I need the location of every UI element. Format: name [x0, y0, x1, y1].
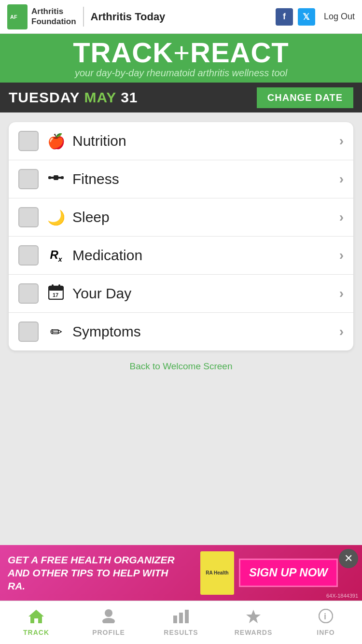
- nav-item-rewards[interactable]: REWARDS: [217, 601, 290, 644]
- profile-nav-label: PROFILE: [92, 629, 125, 636]
- tracker-item-sleep[interactable]: 🌙 Sleep ›: [9, 198, 353, 237]
- nav-item-profile[interactable]: PROFILE: [72, 601, 145, 644]
- arthritis-foundation-logo-icon: AF: [7, 4, 28, 29]
- ad-signup-button[interactable]: SIGN UP NOW: [239, 559, 338, 587]
- main-content: 🍎 Nutrition › Fitness › 🌙 Sleep ›: [0, 112, 362, 386]
- results-icon: [173, 609, 189, 627]
- nutrition-label: Nutrition: [72, 133, 339, 149]
- banner-subtitle: your day-by-day rheumatoid arthritis wel…: [0, 68, 362, 79]
- facebook-icon[interactable]: f: [276, 8, 293, 26]
- sleep-checkbox[interactable]: [18, 207, 39, 227]
- symptoms-icon: ✏: [47, 323, 65, 340]
- header-icons: f 𝕏 Log Out: [276, 8, 355, 26]
- nutrition-icon: 🍎: [47, 133, 65, 150]
- ad-book-image: RA Health: [200, 551, 234, 595]
- rewards-icon: [246, 609, 261, 627]
- date-bar: TUESDAY MAY 31 CHANGE DATE: [0, 83, 362, 112]
- tracker-item-fitness[interactable]: Fitness ›: [9, 160, 353, 198]
- sleep-label: Sleep: [72, 209, 339, 225]
- sleep-icon: 🌙: [47, 209, 65, 226]
- track-react-banner: TRACK+REACT your day-by-day rheumatoid a…: [0, 34, 362, 83]
- banner-title-track: TRACK+: [73, 37, 190, 68]
- rewards-nav-label: REWARDS: [235, 629, 273, 636]
- back-to-welcome-link[interactable]: Back to Welcome Screen: [130, 361, 233, 371]
- medication-label: Medication: [72, 247, 339, 264]
- symptoms-checkbox[interactable]: [18, 322, 39, 342]
- info-icon: i: [319, 609, 333, 627]
- date-num: 31: [121, 89, 138, 105]
- your-day-chevron: ›: [339, 286, 344, 301]
- your-day-label: Your Day: [72, 285, 339, 302]
- svg-rect-5: [54, 175, 58, 180]
- svg-rect-14: [173, 616, 177, 623]
- symptoms-label: Symptoms: [72, 323, 339, 340]
- back-link-area: Back to Welcome Screen: [9, 361, 353, 372]
- track-home-icon: [28, 609, 44, 627]
- svg-rect-9: [58, 284, 60, 288]
- fitness-checkbox[interactable]: [18, 169, 39, 189]
- svg-marker-11: [28, 610, 44, 623]
- svg-rect-16: [185, 610, 189, 623]
- ad-text-area: GET A FREE HEALTH ORGANIZER AND OTHER TI…: [0, 547, 195, 599]
- your-day-checkbox[interactable]: [18, 283, 39, 304]
- svg-rect-8: [52, 284, 54, 288]
- app-title: Arthritis Today: [91, 11, 166, 23]
- fitness-icon: [47, 170, 65, 188]
- ad-close-button[interactable]: ✕: [339, 549, 358, 568]
- current-date: TUESDAY MAY 31: [9, 89, 138, 106]
- date-month-text: MAY: [84, 89, 116, 105]
- nutrition-chevron: ›: [339, 133, 344, 149]
- logo-text: Arthritis Foundation: [31, 7, 84, 27]
- fitness-label: Fitness: [72, 171, 339, 187]
- svg-point-13: [102, 618, 115, 623]
- bottom-nav: TRACK PROFILE RESULTS REWARDS: [0, 601, 362, 644]
- ad-text: GET A FREE HEALTH ORGANIZER AND OTHER TI…: [8, 553, 188, 593]
- tracker-item-medication[interactable]: Rx Medication ›: [9, 237, 353, 275]
- change-date-button[interactable]: CHANGE DATE: [257, 87, 353, 108]
- tracker-item-symptoms[interactable]: ✏ Symptoms ›: [9, 313, 353, 350]
- twitter-icon[interactable]: 𝕏: [298, 8, 315, 26]
- tracker-list: 🍎 Nutrition › Fitness › 🌙 Sleep ›: [9, 122, 353, 350]
- fitness-chevron: ›: [339, 171, 344, 187]
- svg-point-12: [105, 609, 112, 617]
- ad-banner: ✕ GET A FREE HEALTH ORGANIZER AND OTHER …: [0, 545, 362, 601]
- medication-checkbox[interactable]: [18, 245, 39, 266]
- results-nav-label: RESULTS: [164, 629, 198, 636]
- app-header: AF Arthritis Foundation Arthritis Today …: [0, 0, 362, 34]
- track-nav-label: TRACK: [23, 629, 49, 636]
- nav-item-track[interactable]: TRACK: [0, 601, 72, 644]
- ad-code: 64X-1844391: [326, 593, 358, 599]
- tracker-item-your-day[interactable]: 17 Your Day ›: [9, 275, 353, 313]
- symptoms-chevron: ›: [339, 324, 344, 339]
- profile-icon: [102, 609, 115, 627]
- medication-icon: Rx: [47, 248, 65, 263]
- date-day: TUESDAY: [9, 89, 80, 105]
- svg-rect-7: [49, 286, 63, 291]
- nav-item-results[interactable]: RESULTS: [145, 601, 217, 644]
- sleep-chevron: ›: [339, 210, 344, 225]
- svg-text:17: 17: [53, 292, 58, 298]
- banner-title-react: REACT: [190, 37, 289, 68]
- banner-title: TRACK+REACT: [0, 39, 362, 67]
- medication-chevron: ›: [339, 248, 344, 263]
- your-day-icon: 17: [47, 284, 65, 303]
- svg-text:AF: AF: [10, 14, 17, 20]
- info-nav-label: INFO: [317, 629, 334, 636]
- logout-button[interactable]: Log Out: [324, 12, 355, 22]
- svg-marker-17: [246, 610, 261, 623]
- svg-rect-15: [179, 613, 183, 623]
- tracker-item-nutrition[interactable]: 🍎 Nutrition ›: [9, 122, 353, 160]
- logo-area: AF Arthritis Foundation Arthritis Today: [7, 4, 276, 29]
- nav-item-info[interactable]: i INFO: [290, 601, 362, 644]
- svg-text:i: i: [324, 612, 326, 621]
- nutrition-checkbox[interactable]: [18, 131, 39, 151]
